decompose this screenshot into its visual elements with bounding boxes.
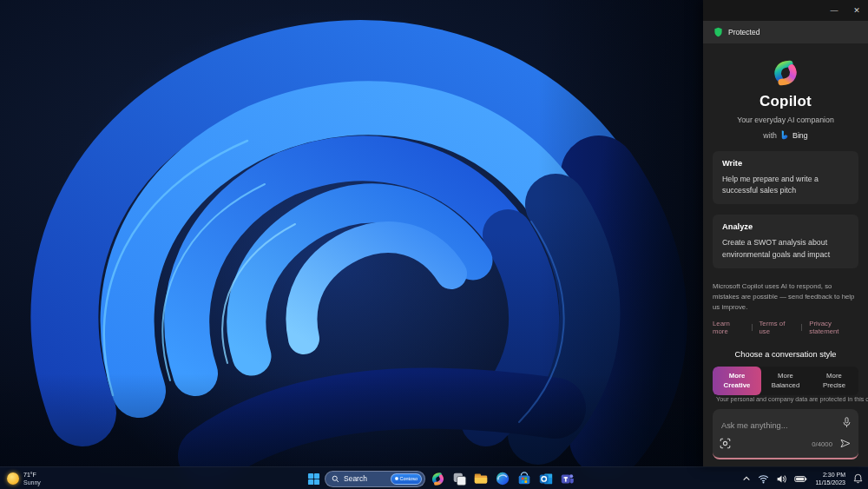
shield-icon — [713, 27, 723, 37]
link-divider — [752, 324, 753, 331]
privacy-note-text: Your personal and company data are prote… — [716, 395, 868, 403]
protected-bar: Protected — [703, 21, 868, 43]
taskbar-app-teams[interactable] — [558, 469, 577, 488]
card-body: Help me prepare and write a successful s… — [722, 174, 849, 196]
clock[interactable]: 2:30 PM 11/15/2023 — [813, 471, 847, 486]
microsoft-store-icon — [516, 471, 532, 486]
conversation-style-toggle: More Creative More Balanced More Precise — [713, 367, 858, 395]
panel-titlebar: — ✕ — [703, 0, 868, 21]
taskbar-app-outlook[interactable] — [536, 469, 556, 488]
taskbar-app-file-explorer[interactable] — [471, 469, 490, 488]
style-label-line1: More — [761, 371, 810, 380]
terms-link[interactable]: Terms of use — [759, 320, 794, 335]
windows-logo-icon — [307, 472, 320, 486]
minimize-button[interactable]: — — [823, 0, 845, 21]
taskbar-app-edge[interactable] — [493, 469, 512, 488]
panel-body: Copilot Your everyday AI companion with … — [703, 43, 868, 467]
file-explorer-icon — [473, 471, 489, 486]
weather-widget[interactable]: 71°F Sunny — [7, 467, 41, 489]
chat-input-box[interactable]: 0/4000 — [713, 409, 858, 459]
copilot-panel: — ✕ Protected — [703, 0, 868, 466]
weather-temp: 71°F — [23, 471, 41, 479]
edge-icon — [495, 471, 510, 486]
tray-time: 2:30 PM — [815, 471, 845, 479]
copilot-logo-icon — [768, 56, 803, 89]
protected-label: Protected — [728, 28, 760, 36]
bing-label: Bing — [792, 131, 808, 140]
outlook-icon — [538, 471, 554, 486]
taskbar-app-copilot[interactable] — [428, 469, 447, 488]
bing-row: with Bing — [713, 129, 858, 141]
taskbar-center: Search Contoso — [306, 467, 577, 489]
send-icon[interactable] — [839, 437, 852, 453]
card-title: Write — [722, 159, 849, 168]
privacy-link[interactable]: Privacy statement — [809, 320, 858, 335]
copilot-app-icon — [430, 471, 446, 487]
system-tray: 2:30 PM 11/15/2023 — [741, 467, 864, 489]
battery-icon[interactable] — [793, 469, 808, 488]
taskbar: 71°F Sunny Search — [0, 466, 868, 489]
search-box[interactable]: Search Contoso — [325, 471, 425, 487]
suggestion-card-write[interactable]: Write Help me prepare and write a succes… — [713, 151, 858, 204]
volume-icon[interactable] — [775, 469, 788, 488]
microphone-icon[interactable] — [842, 416, 852, 432]
card-title: Analyze — [722, 222, 849, 231]
style-label-line2: Precise — [810, 380, 858, 390]
style-label-line2: Creative — [713, 380, 761, 390]
search-icon — [332, 475, 339, 483]
style-label-line1: More — [713, 371, 761, 380]
search-label: Search — [344, 474, 386, 483]
weather-condition: Sunny — [23, 479, 41, 486]
ai-disclaimer: Microsoft Copilot uses AI to respond, so… — [713, 281, 858, 313]
notification-bell-icon[interactable] — [852, 469, 864, 488]
card-body: Create a SWOT analysis about environment… — [722, 237, 849, 260]
badge-icon — [395, 477, 398, 480]
style-label-line1: More — [810, 371, 858, 380]
style-more-creative[interactable]: More Creative — [713, 367, 761, 395]
style-more-precise[interactable]: More Precise — [810, 367, 858, 395]
taskbar-app-microsoft-store[interactable] — [515, 469, 534, 488]
sun-icon — [7, 472, 19, 485]
screenshot-icon[interactable] — [720, 437, 731, 453]
bing-icon — [780, 129, 789, 141]
style-more-balanced[interactable]: More Balanced — [761, 367, 810, 395]
task-view-icon — [452, 472, 467, 486]
tray-date: 11/15/2023 — [815, 479, 845, 486]
tray-chevron-icon[interactable] — [741, 469, 752, 488]
search-highlight-badge[interactable]: Contoso — [391, 473, 423, 485]
copilot-title: Copilot — [713, 93, 858, 110]
with-label: with — [763, 131, 777, 140]
wifi-icon[interactable] — [757, 469, 770, 488]
taskbar-app-task-view[interactable] — [450, 469, 469, 488]
copilot-subtitle: Your everyday AI companion — [713, 116, 858, 124]
style-label-line2: Balanced — [761, 380, 810, 390]
close-button[interactable]: ✕ — [845, 0, 868, 21]
badge-label: Contoso — [400, 476, 418, 481]
suggestion-card-analyze[interactable]: Analyze Create a SWOT analysis about env… — [713, 215, 858, 268]
privacy-note: Your personal and company data are prote… — [713, 395, 858, 403]
input-bottom-row: 0/4000 — [720, 437, 852, 453]
legal-links: Learn more Terms of use Privacy statemen… — [713, 320, 858, 335]
ask-input[interactable] — [721, 421, 834, 430]
screen: — ✕ Protected — [0, 0, 868, 489]
learn-more-link[interactable]: Learn more — [713, 320, 745, 335]
start-button[interactable] — [306, 469, 322, 488]
conversation-style-heading: Choose a conversation style — [713, 350, 858, 359]
link-divider — [801, 324, 802, 331]
teams-icon — [560, 471, 575, 486]
char-counter: 0/4000 — [812, 440, 832, 448]
